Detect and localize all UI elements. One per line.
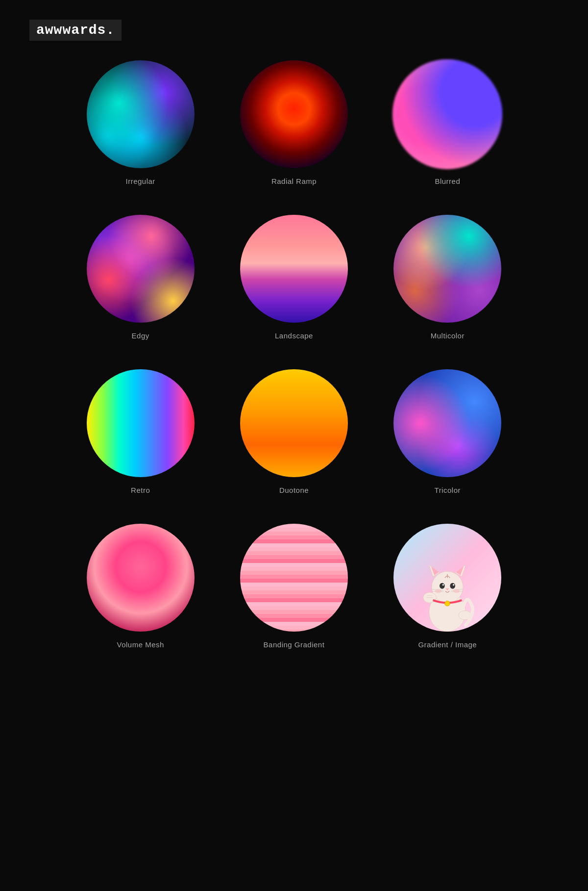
svg-point-7 — [450, 583, 456, 589]
label-volume-mesh: Volume Mesh — [117, 640, 164, 649]
label-tricolor: Tricolor — [435, 486, 461, 494]
gradient-item-duotone[interactable]: Duotone — [227, 369, 361, 494]
gradient-item-retro[interactable]: Retro — [74, 369, 207, 494]
label-duotone: Duotone — [279, 486, 309, 494]
cat-icon — [413, 553, 482, 632]
label-retro: Retro — [131, 486, 150, 494]
circle-volume-mesh — [87, 524, 195, 632]
circle-edgy — [87, 215, 195, 323]
gradient-item-landscape[interactable]: Landscape — [227, 215, 361, 340]
svg-point-6 — [440, 583, 445, 589]
svg-point-9 — [453, 584, 454, 586]
circle-duotone — [240, 369, 348, 477]
circle-tricolor — [393, 369, 501, 477]
gradient-item-gradient-image[interactable]: Gradient / Image — [381, 524, 514, 649]
label-edgy: Edgy — [132, 331, 149, 340]
label-banding-gradient: Banding Gradient — [264, 640, 325, 649]
label-landscape: Landscape — [275, 331, 313, 340]
gradient-item-edgy[interactable]: Edgy — [74, 215, 207, 340]
gradient-grid: Irregular Radial Ramp Blurred Edgy Lands… — [74, 60, 514, 649]
circle-gradient-image — [393, 524, 501, 632]
circle-irregular — [87, 60, 195, 168]
gradient-item-irregular[interactable]: Irregular — [74, 60, 207, 185]
circle-radial-ramp — [240, 60, 348, 168]
label-multicolor: Multicolor — [431, 331, 465, 340]
label-blurred: Blurred — [435, 177, 460, 185]
label-gradient-image: Gradient / Image — [418, 640, 477, 649]
circle-blurred — [392, 59, 502, 169]
label-radial-ramp: Radial Ramp — [271, 177, 317, 185]
svg-point-19 — [445, 601, 450, 606]
gradient-item-radial-ramp[interactable]: Radial Ramp — [227, 60, 361, 185]
circle-banding-gradient — [240, 524, 348, 632]
gradient-item-banding-gradient[interactable]: Banding Gradient — [227, 524, 361, 649]
gradient-item-multicolor[interactable]: Multicolor — [381, 215, 514, 340]
gradient-item-blurred[interactable]: Blurred — [381, 60, 514, 185]
gradient-item-volume-mesh[interactable]: Volume Mesh — [74, 524, 207, 649]
svg-point-20 — [435, 589, 441, 593]
circle-landscape — [240, 215, 348, 323]
logo: awwwards. — [29, 20, 122, 41]
svg-point-21 — [453, 589, 460, 593]
label-irregular: Irregular — [125, 177, 155, 185]
svg-point-8 — [442, 584, 444, 586]
circle-retro — [87, 369, 195, 477]
gradient-item-tricolor[interactable]: Tricolor — [381, 369, 514, 494]
circle-multicolor — [393, 215, 501, 323]
